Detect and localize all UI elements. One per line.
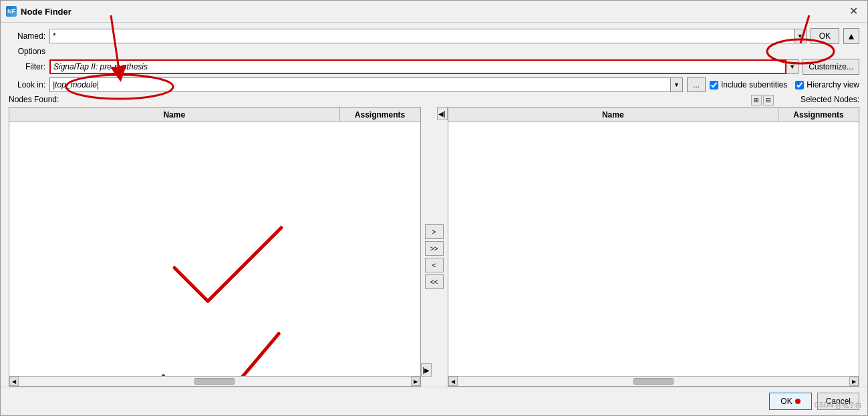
filter-label: Filter: bbox=[9, 62, 45, 71]
filter-dropdown-arrow[interactable]: ▼ bbox=[786, 59, 799, 74]
ok-label: OK bbox=[780, 397, 792, 406]
pin-right-button[interactable]: |▶ bbox=[421, 363, 432, 377]
grid-icon2[interactable]: ⊟ bbox=[763, 95, 774, 106]
title-bar: NF Node Finder ✕ bbox=[1, 1, 867, 23]
selected-nodes-header: Name Assignments bbox=[448, 108, 859, 122]
app-icon: NF bbox=[6, 6, 17, 17]
hierarchy-view-checkbox[interactable]: Hierarchy view bbox=[795, 80, 859, 89]
options-label: Options bbox=[9, 47, 45, 56]
selected-nodes-assignments-header: Assignments bbox=[778, 108, 859, 122]
left-panel-scrollbar[interactable]: ◀ ▶ bbox=[9, 376, 420, 386]
named-row: Named: ▼ OK ▲ bbox=[9, 28, 859, 44]
dialog-title: Node Finder bbox=[21, 7, 71, 17]
ok-dot bbox=[795, 399, 801, 404]
move-right-all-button[interactable]: >> bbox=[425, 241, 444, 256]
close-button[interactable]: ✕ bbox=[845, 5, 862, 18]
watermark: CSDN @电子白 bbox=[815, 401, 862, 410]
include-subentities-label: Include subentities bbox=[721, 80, 787, 89]
selected-nodes-label: Selected Nodes: bbox=[801, 95, 859, 104]
grid-icon1[interactable]: ⊞ bbox=[751, 95, 762, 106]
right-panel-scrollbar[interactable]: ◀ ▶ bbox=[448, 376, 859, 386]
selected-nodes-panel: Name Assignments ◀ ▶ bbox=[448, 107, 860, 387]
move-left-button[interactable]: < bbox=[425, 258, 444, 272]
ok-button[interactable]: OK bbox=[769, 393, 811, 410]
nodes-found-panel: Name Assignments ◀ ▶ bbox=[9, 107, 421, 387]
footer: OK Cancel bbox=[1, 387, 867, 415]
nodes-found-label: Nodes Found: bbox=[9, 95, 59, 104]
lookin-label: Look in: bbox=[9, 80, 45, 89]
list-button[interactable]: OK bbox=[811, 28, 839, 44]
options-row: Options bbox=[9, 47, 859, 56]
move-right-button[interactable]: > bbox=[425, 224, 444, 239]
selected-nodes-body[interactable] bbox=[448, 122, 859, 376]
selected-nodes-name-header: Name bbox=[448, 108, 779, 122]
scroll-left-arrow[interactable]: ◀ bbox=[9, 377, 19, 386]
lookin-row: Look in: ▼ ... Include subentities Hiera… bbox=[9, 77, 859, 92]
nodes-found-body[interactable] bbox=[9, 122, 420, 376]
scroll-right-arrow[interactable]: ▶ bbox=[411, 377, 420, 386]
scroll-right-panel-left-arrow[interactable]: ◀ bbox=[448, 377, 458, 386]
nodes-found-assignments-header: Assignments bbox=[340, 108, 420, 122]
include-subentities-checkbox[interactable]: Include subentities bbox=[710, 80, 787, 89]
named-dropdown-arrow[interactable]: ▼ bbox=[794, 29, 807, 43]
lookin-input[interactable] bbox=[49, 77, 671, 92]
nodes-found-name-header: Name bbox=[9, 108, 340, 122]
hierarchy-view-label: Hierarchy view bbox=[807, 80, 859, 89]
lookin-dropdown-arrow[interactable]: ▼ bbox=[671, 77, 683, 92]
filter-row: Filter: ▼ Customize... bbox=[9, 59, 859, 75]
pin-left-button[interactable]: ◀| bbox=[437, 107, 448, 120]
named-input[interactable] bbox=[49, 29, 794, 43]
collapse-button[interactable]: ▲ bbox=[843, 28, 859, 44]
customize-button[interactable]: Customize... bbox=[803, 59, 859, 75]
browse-button[interactable]: ... bbox=[687, 77, 706, 92]
move-left-all-button[interactable]: << bbox=[425, 274, 444, 289]
scroll-right-panel-right-arrow[interactable]: ▶ bbox=[849, 377, 859, 386]
nodes-found-header: Name Assignments bbox=[9, 108, 420, 122]
named-label: Named: bbox=[9, 31, 45, 41]
filter-input[interactable] bbox=[49, 59, 786, 74]
